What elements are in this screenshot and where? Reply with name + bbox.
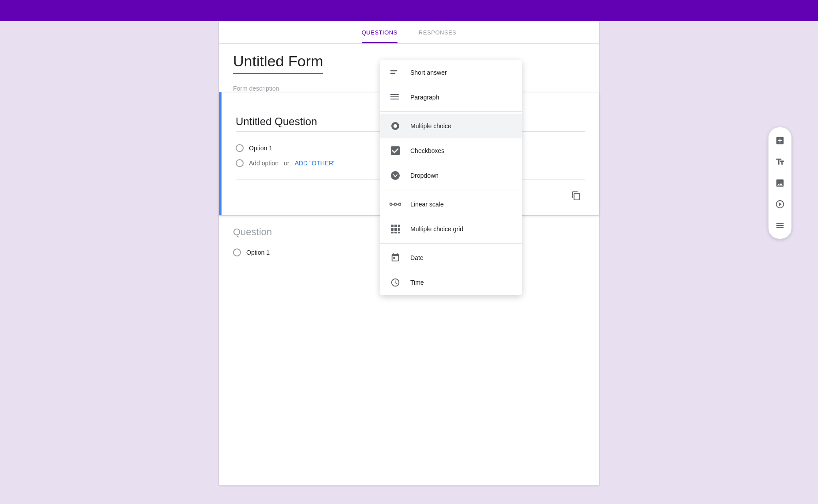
radio-circle-add (236, 159, 244, 167)
svg-rect-27 (394, 232, 397, 233)
short-answer-label: Short answer (410, 69, 447, 76)
add-option-text[interactable]: Add option (249, 160, 279, 167)
dropdown-item-date[interactable]: Date (380, 245, 522, 270)
dropdown-item-linear-scale[interactable]: Linear scale (380, 192, 522, 217)
linear-scale-label: Linear scale (410, 201, 444, 208)
svg-rect-25 (398, 228, 400, 231)
top-bar (0, 0, 818, 21)
multiple-choice-label: Multiple choice (410, 122, 451, 130)
time-label: Time (410, 279, 424, 286)
svg-point-17 (394, 203, 397, 206)
date-label: Date (410, 254, 424, 261)
checkboxes-icon (389, 145, 401, 157)
svg-rect-22 (398, 225, 400, 227)
multiple-choice-grid-label: Multiple choice grid (410, 225, 463, 233)
add-title-button[interactable] (770, 152, 790, 172)
short-answer-icon (389, 66, 401, 79)
dropdown-menu: Short answer Paragraph Multiple (380, 60, 522, 295)
form-title[interactable]: Untitled Form (233, 53, 323, 74)
svg-rect-24 (394, 228, 397, 231)
add-video-button[interactable] (770, 195, 790, 214)
divider-2 (380, 190, 522, 190)
inactive-radio-circle (233, 248, 241, 256)
tab-bar: QUESTIONS RESPONSES (219, 21, 599, 44)
dropdown-item-multiple-choice[interactable]: Multiple choice (380, 114, 522, 138)
dropdown-item-checkboxes[interactable]: Checkboxes (380, 138, 522, 163)
add-question-button[interactable] (770, 131, 790, 150)
dropdown-item-short-answer[interactable]: Short answer (380, 60, 522, 85)
main-container: QUESTIONS RESPONSES Untitled Form Form d… (0, 21, 818, 485)
dropdown-item-time[interactable]: Time (380, 270, 522, 295)
svg-point-14 (391, 171, 400, 180)
divider-1 (380, 111, 522, 112)
dropdown-item-multiple-choice-grid[interactable]: Multiple choice grid (380, 217, 522, 241)
tab-questions[interactable]: QUESTIONS (362, 21, 398, 43)
svg-point-15 (390, 203, 392, 206)
multiple-choice-grid-icon (389, 223, 401, 235)
dropdown-label: Dropdown (410, 172, 439, 179)
checkboxes-label: Checkboxes (410, 147, 444, 154)
option-1-text: Option 1 (249, 145, 272, 152)
svg-rect-23 (391, 228, 394, 231)
add-other-link[interactable]: ADD "OTHER" (294, 160, 335, 167)
right-sidebar (768, 127, 791, 239)
add-section-button[interactable] (770, 216, 790, 235)
svg-rect-28 (398, 232, 400, 233)
paragraph-icon (389, 91, 401, 103)
svg-rect-26 (391, 232, 394, 233)
copy-button[interactable] (567, 187, 585, 205)
dropdown-item-paragraph[interactable]: Paragraph (380, 85, 522, 110)
paragraph-label: Paragraph (410, 94, 439, 101)
svg-point-19 (399, 203, 401, 206)
inactive-option-1-text: Option 1 (246, 249, 270, 256)
tab-responses[interactable]: RESPONSES (419, 21, 456, 43)
divider-3 (380, 243, 522, 244)
multiple-choice-icon (389, 120, 401, 132)
date-icon (389, 252, 401, 264)
add-option-or: or (284, 160, 289, 167)
linear-scale-icon (389, 198, 401, 210)
dropdown-item-dropdown[interactable]: Dropdown (380, 163, 522, 188)
add-image-button[interactable] (770, 173, 790, 193)
time-icon (389, 276, 401, 289)
svg-rect-20 (391, 225, 394, 227)
dropdown-icon (389, 169, 401, 182)
svg-point-12 (394, 124, 397, 128)
radio-circle-1 (236, 144, 244, 152)
svg-rect-21 (394, 225, 397, 227)
